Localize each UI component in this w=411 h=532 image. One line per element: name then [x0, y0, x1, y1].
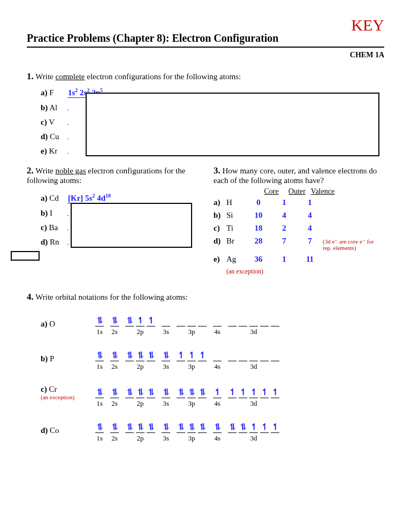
orbital-slot: ⥮: [136, 387, 144, 398]
q2-item: a) Cd[Kr] 5s2 4d10: [41, 193, 197, 203]
orbital-group: ⥮2s: [110, 422, 119, 443]
orbital-name: 3d: [250, 434, 257, 443]
q4-num: 4.: [27, 292, 34, 302]
orbital-slot: ⥮: [125, 315, 134, 326]
q4-row: b) P⥮1s⥮2s⥮⥮⥮2p⥮3s↿↿↿3p4s3d: [41, 350, 384, 371]
redaction-box-3: [11, 251, 40, 261]
orbital-slot: ⥮: [239, 422, 247, 433]
orbital-name: 3p: [188, 399, 195, 408]
orbital-slot: ⥮: [125, 350, 134, 361]
orbital-name: 3d: [250, 328, 257, 336]
orbital-slot: [228, 350, 237, 361]
q3-num: 3.: [214, 165, 220, 176]
orbital-slot: [260, 350, 269, 361]
course-code: CHEM 1A: [27, 51, 384, 59]
orbital-slot: [177, 315, 185, 326]
orbital-slot: ↿: [260, 387, 269, 398]
orbital-group: 3d: [228, 315, 279, 336]
orbital-name: 2p: [137, 328, 144, 336]
orbital-slot: ↿: [213, 387, 222, 398]
orbital-group: ↿↿↿3p: [177, 350, 207, 371]
q4-item-label: b) P: [41, 354, 89, 371]
orbital-slot: [249, 350, 258, 361]
q4-row: c) Cr(an exception)⥮1s⥮2s⥮⥮⥮2p⥮3s⥮⥮⥮3p↿4…: [41, 385, 384, 408]
orbital-slot: ⥮: [147, 350, 155, 361]
orbital-group: ⥮⥮⥮2p: [125, 422, 155, 443]
orbital-group: ⥮1s: [95, 387, 104, 408]
q2-num: 2.: [27, 165, 34, 176]
question-4: 4. Write orbital notations for the follo…: [27, 292, 384, 443]
orbital-slot: [213, 315, 222, 326]
orbital-name: 1s: [96, 328, 103, 336]
orbital-name: 3s: [163, 328, 169, 336]
q4-row: a) O⥮1s⥮2s⥮↿↿2p3s3p4s3d: [41, 315, 384, 336]
orbital-slot: ⥮: [136, 422, 144, 433]
orbital-group: 3p: [177, 315, 207, 336]
question-1: 1. Write complete electron configuration…: [27, 71, 384, 156]
orbital-slot: ⥮: [110, 422, 119, 433]
orbital-slot: ⥮: [136, 350, 144, 361]
q3-header: Valence: [310, 187, 336, 196]
question-3: 3. How many core, outer, and valence ele…: [214, 165, 384, 276]
orbital-group: ⥮4s: [213, 422, 222, 443]
orbital-slot: ⥮: [147, 422, 155, 433]
orbital-name: 1s: [96, 362, 103, 371]
orbital-group: 3d: [228, 350, 279, 371]
orbital-name: 3d: [250, 399, 257, 408]
q2-text-a: Write: [35, 166, 55, 175]
orbital-slot: [239, 315, 247, 326]
orbital-slot: ⥮: [177, 422, 185, 433]
orbital-name: 4s: [214, 328, 220, 336]
orbital-slot: ⥮: [110, 387, 119, 398]
orbital-group: ⥮1s: [95, 422, 104, 443]
orbital-slot: ↿: [228, 387, 237, 398]
orbital-group: ⥮3s: [162, 422, 170, 443]
orbital-slot: ⥮: [162, 350, 170, 361]
orbital-slot: ⥮: [125, 422, 134, 433]
q4-item-label: a) O: [41, 320, 89, 336]
orbital-slot: ↿: [271, 422, 279, 433]
orbital-slot: [187, 315, 196, 326]
orbital-name: 4s: [214, 434, 220, 443]
orbital-slot: ↿: [136, 315, 144, 326]
orbital-slot: ⥮: [162, 387, 170, 398]
q4-text: Write orbital notations for the followin…: [35, 293, 187, 301]
orbital-name: 3s: [163, 399, 169, 408]
orbital-slot: ⥮: [95, 422, 104, 433]
orbital-name: 2s: [111, 362, 118, 371]
orbital-group: 3s: [162, 315, 170, 336]
orbital-name: 2s: [111, 328, 118, 336]
orbital-group: 4s: [213, 315, 222, 336]
q3-exception-note: (an exception): [226, 268, 384, 276]
orbital-slot: [260, 315, 269, 326]
q2-text-u: noble gas: [56, 166, 86, 175]
orbital-slot: ⥮: [187, 422, 196, 433]
orbital-slot: ⥮: [213, 422, 222, 433]
orbital-slot: ↿: [249, 387, 258, 398]
orbital-slot: ↿: [260, 422, 269, 433]
orbital-group: ⥮⥮⥮2p: [125, 350, 155, 371]
orbital-slot: ⥮: [95, 387, 104, 398]
orbital-name: 1s: [96, 399, 103, 408]
orbital-slot: [249, 315, 258, 326]
orbital-slot: ⥮: [110, 350, 119, 361]
orbital-name: 3s: [163, 434, 169, 443]
orbital-group: ⥮⥮⥮3p: [177, 387, 207, 408]
orbital-group: ⥮⥮⥮3p: [177, 422, 207, 443]
orbital-name: 2s: [111, 434, 118, 443]
orbital-group: ↿↿↿↿↿3d: [228, 387, 279, 408]
orbital-group: ⥮3s: [162, 350, 170, 371]
orbital-slot: ↿: [147, 315, 155, 326]
orbital-name: 1s: [96, 434, 103, 443]
key-stamp: KEY: [351, 16, 384, 34]
redaction-box-1: [86, 93, 379, 156]
q3-text: How many core, outer, and valence electr…: [214, 166, 377, 185]
q1-text-u: complete: [56, 72, 85, 81]
orbital-name: 2s: [111, 399, 118, 408]
q3-row: c)Ti1824: [214, 224, 384, 233]
q3-row: b)Si1044: [214, 211, 384, 220]
orbital-slot: ↿: [187, 350, 196, 361]
orbital-group: ⥮1s: [95, 350, 104, 371]
q4-row: d) Co⥮1s⥮2s⥮⥮⥮2p⥮3s⥮⥮⥮3p⥮4s⥮⥮↿↿↿3d: [41, 422, 384, 443]
orbital-slot: ⥮: [110, 315, 119, 326]
